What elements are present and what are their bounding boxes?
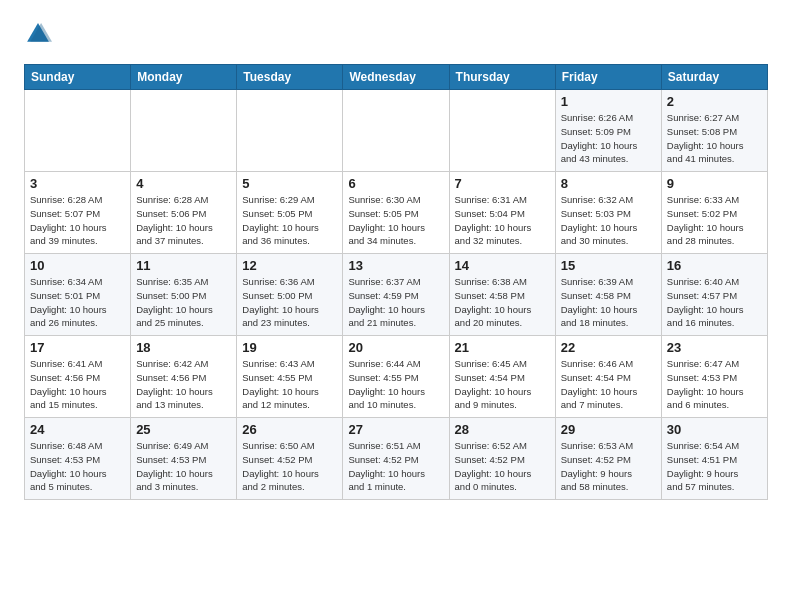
day-detail: Sunrise: 6:49 AM Sunset: 4:53 PM Dayligh… xyxy=(136,439,231,494)
day-cell: 3Sunrise: 6:28 AM Sunset: 5:07 PM Daylig… xyxy=(25,172,131,254)
day-number: 10 xyxy=(30,258,125,273)
day-cell: 25Sunrise: 6:49 AM Sunset: 4:53 PM Dayli… xyxy=(131,418,237,500)
day-cell: 14Sunrise: 6:38 AM Sunset: 4:58 PM Dayli… xyxy=(449,254,555,336)
day-detail: Sunrise: 6:54 AM Sunset: 4:51 PM Dayligh… xyxy=(667,439,762,494)
day-cell: 12Sunrise: 6:36 AM Sunset: 5:00 PM Dayli… xyxy=(237,254,343,336)
day-number: 30 xyxy=(667,422,762,437)
day-cell xyxy=(131,90,237,172)
day-cell: 4Sunrise: 6:28 AM Sunset: 5:06 PM Daylig… xyxy=(131,172,237,254)
day-detail: Sunrise: 6:32 AM Sunset: 5:03 PM Dayligh… xyxy=(561,193,656,248)
day-cell: 7Sunrise: 6:31 AM Sunset: 5:04 PM Daylig… xyxy=(449,172,555,254)
day-detail: Sunrise: 6:39 AM Sunset: 4:58 PM Dayligh… xyxy=(561,275,656,330)
day-detail: Sunrise: 6:40 AM Sunset: 4:57 PM Dayligh… xyxy=(667,275,762,330)
day-detail: Sunrise: 6:26 AM Sunset: 5:09 PM Dayligh… xyxy=(561,111,656,166)
col-header-friday: Friday xyxy=(555,65,661,90)
day-number: 20 xyxy=(348,340,443,355)
day-cell: 9Sunrise: 6:33 AM Sunset: 5:02 PM Daylig… xyxy=(661,172,767,254)
day-cell: 5Sunrise: 6:29 AM Sunset: 5:05 PM Daylig… xyxy=(237,172,343,254)
day-number: 8 xyxy=(561,176,656,191)
day-detail: Sunrise: 6:48 AM Sunset: 4:53 PM Dayligh… xyxy=(30,439,125,494)
day-cell: 24Sunrise: 6:48 AM Sunset: 4:53 PM Dayli… xyxy=(25,418,131,500)
day-number: 16 xyxy=(667,258,762,273)
day-detail: Sunrise: 6:34 AM Sunset: 5:01 PM Dayligh… xyxy=(30,275,125,330)
day-detail: Sunrise: 6:52 AM Sunset: 4:52 PM Dayligh… xyxy=(455,439,550,494)
logo xyxy=(24,20,56,48)
day-cell: 20Sunrise: 6:44 AM Sunset: 4:55 PM Dayli… xyxy=(343,336,449,418)
day-number: 12 xyxy=(242,258,337,273)
week-row-3: 10Sunrise: 6:34 AM Sunset: 5:01 PM Dayli… xyxy=(25,254,768,336)
day-detail: Sunrise: 6:35 AM Sunset: 5:00 PM Dayligh… xyxy=(136,275,231,330)
col-header-thursday: Thursday xyxy=(449,65,555,90)
day-cell: 17Sunrise: 6:41 AM Sunset: 4:56 PM Dayli… xyxy=(25,336,131,418)
day-cell: 8Sunrise: 6:32 AM Sunset: 5:03 PM Daylig… xyxy=(555,172,661,254)
day-cell: 16Sunrise: 6:40 AM Sunset: 4:57 PM Dayli… xyxy=(661,254,767,336)
day-cell: 27Sunrise: 6:51 AM Sunset: 4:52 PM Dayli… xyxy=(343,418,449,500)
day-number: 22 xyxy=(561,340,656,355)
day-number: 4 xyxy=(136,176,231,191)
day-detail: Sunrise: 6:33 AM Sunset: 5:02 PM Dayligh… xyxy=(667,193,762,248)
day-number: 27 xyxy=(348,422,443,437)
day-cell: 22Sunrise: 6:46 AM Sunset: 4:54 PM Dayli… xyxy=(555,336,661,418)
header xyxy=(24,20,768,48)
day-number: 25 xyxy=(136,422,231,437)
logo-icon xyxy=(24,20,52,48)
day-cell: 28Sunrise: 6:52 AM Sunset: 4:52 PM Dayli… xyxy=(449,418,555,500)
day-detail: Sunrise: 6:47 AM Sunset: 4:53 PM Dayligh… xyxy=(667,357,762,412)
day-detail: Sunrise: 6:44 AM Sunset: 4:55 PM Dayligh… xyxy=(348,357,443,412)
day-cell: 11Sunrise: 6:35 AM Sunset: 5:00 PM Dayli… xyxy=(131,254,237,336)
day-number: 2 xyxy=(667,94,762,109)
week-row-4: 17Sunrise: 6:41 AM Sunset: 4:56 PM Dayli… xyxy=(25,336,768,418)
day-number: 13 xyxy=(348,258,443,273)
day-cell: 29Sunrise: 6:53 AM Sunset: 4:52 PM Dayli… xyxy=(555,418,661,500)
day-number: 11 xyxy=(136,258,231,273)
day-number: 29 xyxy=(561,422,656,437)
day-cell: 2Sunrise: 6:27 AM Sunset: 5:08 PM Daylig… xyxy=(661,90,767,172)
day-cell: 21Sunrise: 6:45 AM Sunset: 4:54 PM Dayli… xyxy=(449,336,555,418)
day-detail: Sunrise: 6:51 AM Sunset: 4:52 PM Dayligh… xyxy=(348,439,443,494)
day-detail: Sunrise: 6:41 AM Sunset: 4:56 PM Dayligh… xyxy=(30,357,125,412)
day-number: 17 xyxy=(30,340,125,355)
day-detail: Sunrise: 6:46 AM Sunset: 4:54 PM Dayligh… xyxy=(561,357,656,412)
col-header-wednesday: Wednesday xyxy=(343,65,449,90)
day-number: 5 xyxy=(242,176,337,191)
header-row: SundayMondayTuesdayWednesdayThursdayFrid… xyxy=(25,65,768,90)
col-header-sunday: Sunday xyxy=(25,65,131,90)
day-number: 28 xyxy=(455,422,550,437)
day-cell xyxy=(25,90,131,172)
week-row-1: 1Sunrise: 6:26 AM Sunset: 5:09 PM Daylig… xyxy=(25,90,768,172)
day-number: 9 xyxy=(667,176,762,191)
day-number: 14 xyxy=(455,258,550,273)
day-detail: Sunrise: 6:31 AM Sunset: 5:04 PM Dayligh… xyxy=(455,193,550,248)
day-cell xyxy=(449,90,555,172)
day-cell: 10Sunrise: 6:34 AM Sunset: 5:01 PM Dayli… xyxy=(25,254,131,336)
day-detail: Sunrise: 6:37 AM Sunset: 4:59 PM Dayligh… xyxy=(348,275,443,330)
col-header-monday: Monday xyxy=(131,65,237,90)
day-number: 26 xyxy=(242,422,337,437)
day-detail: Sunrise: 6:43 AM Sunset: 4:55 PM Dayligh… xyxy=(242,357,337,412)
day-number: 15 xyxy=(561,258,656,273)
day-number: 7 xyxy=(455,176,550,191)
day-detail: Sunrise: 6:30 AM Sunset: 5:05 PM Dayligh… xyxy=(348,193,443,248)
day-detail: Sunrise: 6:27 AM Sunset: 5:08 PM Dayligh… xyxy=(667,111,762,166)
page: SundayMondayTuesdayWednesdayThursdayFrid… xyxy=(0,0,792,516)
day-cell xyxy=(237,90,343,172)
day-cell: 26Sunrise: 6:50 AM Sunset: 4:52 PM Dayli… xyxy=(237,418,343,500)
day-detail: Sunrise: 6:42 AM Sunset: 4:56 PM Dayligh… xyxy=(136,357,231,412)
day-number: 1 xyxy=(561,94,656,109)
day-cell xyxy=(343,90,449,172)
col-header-saturday: Saturday xyxy=(661,65,767,90)
day-cell: 18Sunrise: 6:42 AM Sunset: 4:56 PM Dayli… xyxy=(131,336,237,418)
day-cell: 13Sunrise: 6:37 AM Sunset: 4:59 PM Dayli… xyxy=(343,254,449,336)
day-number: 6 xyxy=(348,176,443,191)
day-detail: Sunrise: 6:36 AM Sunset: 5:00 PM Dayligh… xyxy=(242,275,337,330)
day-detail: Sunrise: 6:28 AM Sunset: 5:06 PM Dayligh… xyxy=(136,193,231,248)
day-detail: Sunrise: 6:28 AM Sunset: 5:07 PM Dayligh… xyxy=(30,193,125,248)
day-detail: Sunrise: 6:50 AM Sunset: 4:52 PM Dayligh… xyxy=(242,439,337,494)
day-cell: 15Sunrise: 6:39 AM Sunset: 4:58 PM Dayli… xyxy=(555,254,661,336)
day-number: 24 xyxy=(30,422,125,437)
day-cell: 6Sunrise: 6:30 AM Sunset: 5:05 PM Daylig… xyxy=(343,172,449,254)
day-detail: Sunrise: 6:53 AM Sunset: 4:52 PM Dayligh… xyxy=(561,439,656,494)
day-cell: 30Sunrise: 6:54 AM Sunset: 4:51 PM Dayli… xyxy=(661,418,767,500)
day-number: 23 xyxy=(667,340,762,355)
day-detail: Sunrise: 6:45 AM Sunset: 4:54 PM Dayligh… xyxy=(455,357,550,412)
